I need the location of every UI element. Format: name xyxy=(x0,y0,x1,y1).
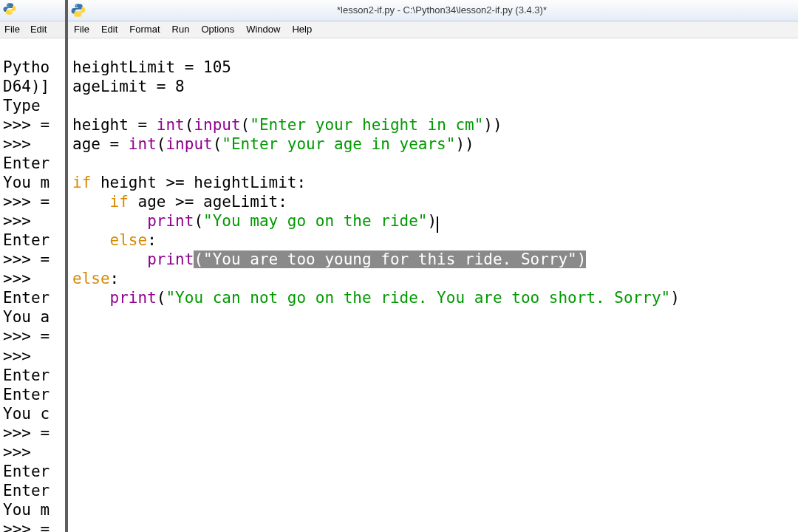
menu-file[interactable]: File xyxy=(74,24,89,35)
shell-titlebar[interactable] xyxy=(0,0,65,21)
menu-help[interactable]: Help xyxy=(292,24,312,35)
menu-edit[interactable]: Edit xyxy=(101,24,117,35)
code-line: height = int(input("Enter your height in… xyxy=(72,116,502,134)
shell-menu-file[interactable]: File xyxy=(4,24,20,35)
python-shell-window: FileEdit Pytho D64)] Type >>> = >>> Ente… xyxy=(0,0,68,532)
menu-window[interactable]: Window xyxy=(246,24,280,35)
text-selection: ("You are too young for this ride. Sorry… xyxy=(194,250,586,268)
shell-output[interactable]: Pytho D64)] Type >>> = >>> Enter You m >… xyxy=(0,38,65,532)
code-line: age = int(input("Enter your age in years… xyxy=(72,135,474,153)
editor-menubar[interactable]: FileEditFormatRunOptionsWindowHelp xyxy=(68,21,798,38)
code-line: ageLimit = 8 xyxy=(72,78,185,95)
text-cursor xyxy=(437,216,438,233)
editor-titlebar[interactable]: *lesson2-if.py - C:\Python34\lesson2-if.… xyxy=(68,0,798,21)
editor-title: *lesson2-if.py - C:\Python34\lesson2-if.… xyxy=(86,0,798,21)
code-line: heightLimit = 105 xyxy=(72,58,231,76)
code-line: if age >= ageLimit: xyxy=(72,193,287,211)
code-line: print("You are too young for this ride. … xyxy=(72,250,586,268)
editor-window: *lesson2-if.py - C:\Python34\lesson2-if.… xyxy=(68,0,798,532)
menu-run[interactable]: Run xyxy=(172,24,190,35)
code-line: else: xyxy=(72,270,119,287)
menu-options[interactable]: Options xyxy=(201,24,234,35)
python-icon xyxy=(3,1,16,20)
code-line: print("You can not go on the ride. You a… xyxy=(72,289,680,307)
shell-menu-edit[interactable]: Edit xyxy=(30,24,47,35)
code-line: if height >= heightLimit: xyxy=(72,174,306,191)
shell-menubar[interactable]: FileEdit xyxy=(0,21,65,38)
code-line: else: xyxy=(72,231,157,249)
code-line: print("You may go on the ride") xyxy=(72,212,438,230)
python-file-icon xyxy=(71,3,86,18)
editor-code[interactable]: heightLimit = 105 ageLimit = 8 height = … xyxy=(68,38,798,327)
menu-format[interactable]: Format xyxy=(129,24,160,35)
